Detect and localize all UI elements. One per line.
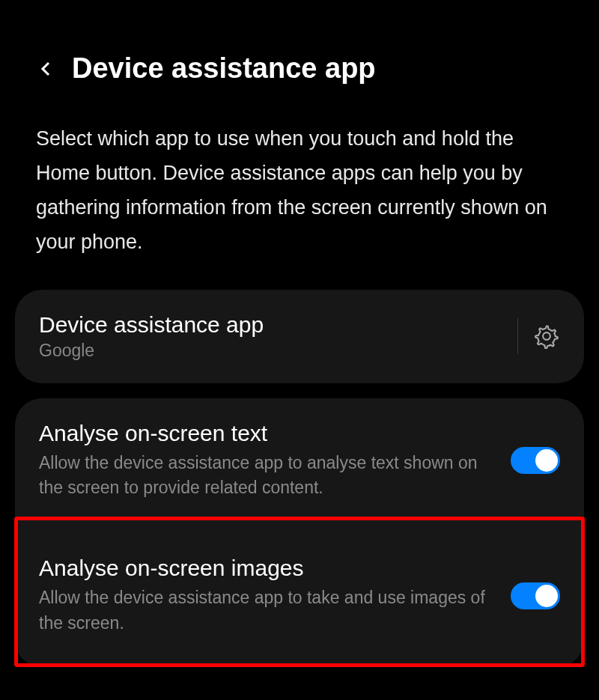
analyse-text-toggle[interactable] [511,447,560,474]
vertical-divider [517,318,518,354]
toggle-knob [535,585,558,607]
analyse-images-title: Analyse on-screen images [39,556,496,581]
analyse-text-setting[interactable]: Analyse on-screen text Allow the device … [15,398,584,525]
analyse-images-content: Analyse on-screen images Allow the devic… [39,556,511,636]
app-selector-title: Device assistance app [39,312,517,338]
svg-point-0 [543,332,550,340]
analyse-images-description: Allow the device assistance app to take … [39,585,496,636]
toggle-knob [535,449,558,472]
analyse-text-description: Allow the device assistance app to analy… [39,451,496,501]
page-header: Device assistance app [0,0,599,107]
page-title: Device assistance app [72,52,376,85]
settings-card-group: Analyse on-screen text Allow the device … [15,398,584,667]
page-description: Select which app to use when you touch a… [0,107,599,290]
gear-icon[interactable] [533,323,560,350]
analyse-images-toggle[interactable] [511,582,560,609]
analyse-text-content: Analyse on-screen text Allow the device … [39,421,511,501]
app-selector-card: Device assistance app Google [15,290,584,383]
analyse-images-setting[interactable]: Analyse on-screen images Allow the devic… [15,524,584,667]
analyse-text-title: Analyse on-screen text [39,421,496,446]
app-selector-content: Device assistance app Google [39,312,517,361]
back-icon[interactable] [36,58,57,79]
app-selector-value: Google [39,341,517,361]
app-selector-item[interactable]: Device assistance app Google [15,290,584,383]
